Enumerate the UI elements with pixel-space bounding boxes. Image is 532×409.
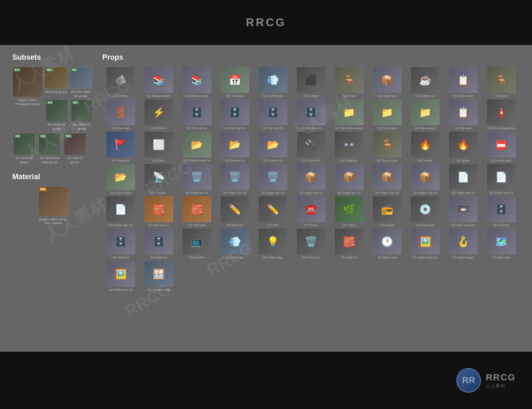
prop-item-34[interactable]: 📡 SO Oscillo — [140, 164, 177, 195]
prop-item-67[interactable]: 🪟 SO Window wall — [140, 261, 177, 292]
prop-label-13: SO File cab 01 — [187, 126, 207, 130]
prop-item-54[interactable]: 🗄️ SO Shelf 01 — [483, 196, 520, 227]
prop-item-56[interactable]: 🗄️ SO Shelf 03 — [140, 228, 177, 259]
prop-item-4[interactable]: 💨 SO Ceiling fan — [255, 67, 291, 98]
prop-item-18[interactable]: 📁 SO File holder — [369, 99, 406, 130]
prop-box-62: 🕐 — [372, 228, 402, 255]
prop-item-26[interactable]: 📂 SO Folders 02 — [255, 131, 291, 162]
prop-box-47: ✏️ — [220, 196, 250, 222]
prop-box-56: 🗄️ — [144, 228, 174, 255]
prop-item-20[interactable]: 📋 SO File rack — [445, 99, 482, 130]
prop-item-3[interactable]: 📅 SO Calendar — [216, 67, 253, 98]
prop-item-57[interactable]: 📺 SO Small tv — [178, 228, 215, 259]
prop-item-5[interactable]: ⬛ SO Ceiling — [293, 67, 329, 98]
prop-item-36[interactable]: 🗑️ SO Paper bin 02 — [216, 164, 253, 195]
prop-item-52[interactable]: 💿 SO Reel disk — [407, 196, 444, 227]
prop-item-63[interactable]: 🖼️ SO Wall Frame 01 — [407, 228, 444, 259]
prop-item-55[interactable]: 🗄️ SO Shelf 02 — [102, 228, 139, 259]
prop-item-7[interactable]: 📦 SO Cigarettes — [369, 67, 406, 98]
subset-item-7[interactable]: Set SO Wall 01 group — [63, 133, 87, 164]
subset-item-2[interactable]: Set SO File cabin 01 group — [69, 67, 92, 98]
subset-label-3: SO Shelf 01 group — [45, 123, 68, 130]
prop-item-42[interactable]: 📄 SO Paper pile 01 — [445, 164, 482, 195]
prop-item-27[interactable]: 🔌 SO Fuse box — [293, 131, 329, 162]
props-grid: 🪨 SO Ashtray 📚 SO Books folders 📚 SO Boo… — [102, 67, 520, 292]
prop-item-24[interactable]: 📂 SO Folder holder 02 — [178, 131, 215, 162]
prop-item-61[interactable]: 🧱 SO Wall 01 — [331, 228, 367, 259]
prop-icon-45: 🧱 — [150, 201, 168, 218]
prop-item-58[interactable]: 💨 SO Table fan — [216, 228, 253, 259]
prop-icon-14: 🗄️ — [226, 104, 244, 121]
subset-badge-3: Set — [47, 101, 54, 104]
prop-item-1[interactable]: 📚 SO Books folders — [140, 67, 177, 98]
prop-icon-42: 📄 — [454, 169, 473, 185]
prop-item-60[interactable]: 🗑️ SO Trash can — [293, 228, 329, 259]
prop-item-51[interactable]: 📻 SO Radio — [369, 196, 406, 227]
prop-item-25[interactable]: 📂 SO Folders 01 — [216, 131, 253, 162]
prop-item-47[interactable]: ✏️ SO Pen cup — [216, 196, 253, 227]
subset-item-4[interactable]: Set SO Shelf 02 group — [70, 99, 94, 130]
prop-item-17[interactable]: 📁 SO File holder books — [331, 99, 367, 130]
prop-label-1: SO Books folders — [147, 94, 171, 98]
prop-icon-46: 🧱 — [188, 201, 206, 218]
prop-item-44[interactable]: 📄 SO Paper pile 03 — [102, 196, 139, 227]
prop-icon-41: 📦 — [416, 169, 435, 185]
prop-item-48[interactable]: ✏️ SO Pen — [255, 196, 291, 227]
prop-item-50[interactable]: 🌿 SO Plant — [331, 196, 367, 227]
prop-item-39[interactable]: 📦 SO Paper box 02 — [331, 164, 367, 195]
subset-item-6[interactable]: Set SO Shelf and rack group — [38, 133, 61, 164]
prop-item-43[interactable]: 📄 SO Paper pile 02 — [483, 164, 520, 195]
prop-item-33[interactable]: 📂 SO Open folder — [102, 164, 139, 195]
subset-item-0[interactable]: Set Saigon Office Preloaded Scene — [12, 67, 43, 106]
prop-item-9[interactable]: 📋 SO Cork board — [445, 67, 482, 98]
prop-label-17: SO File holder books — [335, 126, 363, 130]
prop-item-53[interactable]: 📼 SO Reel recorder — [445, 196, 482, 227]
subset-item-3[interactable]: Set SO Shelf 01 group — [45, 99, 68, 130]
prop-box-52: 💿 — [410, 196, 440, 222]
prop-item-16[interactable]: 🗄️ SO File cab 04 — [293, 99, 329, 130]
prop-item-22[interactable]: 🚩 SO Flag pole — [102, 131, 139, 162]
prop-item-15[interactable]: 🗄️ SO File cab 03 — [255, 99, 291, 130]
prop-box-42: 📄 — [449, 164, 478, 190]
prop-item-66[interactable]: 🖼️ SO Wall photo 01 — [102, 261, 139, 292]
prop-item-64[interactable]: 🪝 SO Wall hanger — [445, 228, 482, 259]
prop-item-10[interactable]: 🪑 SO Desk — [483, 67, 520, 98]
prop-item-12[interactable]: ⚡ SO Electro — [140, 99, 177, 130]
subset-item-1[interactable]: Set SO Desk group — [45, 67, 67, 98]
prop-item-8[interactable]: ☕ SO Coffee cup — [407, 67, 444, 98]
prop-item-31[interactable]: 🔥 SO lighter — [445, 131, 482, 162]
prop-item-65[interactable]: 🗺️ SO Wall map — [483, 228, 520, 259]
prop-item-14[interactable]: 🗄️ SO File cab 02 — [216, 99, 253, 130]
prop-item-29[interactable]: 🪑 SO Guest chair — [369, 131, 406, 162]
subset-item-5[interactable]: Set SO Shelf 03 group — [12, 133, 36, 164]
material-item-0[interactable]: Mat Saigon Office All-in-one material — [12, 186, 94, 225]
prop-item-62[interactable]: 🕐 SO Wall clock — [369, 228, 406, 259]
prop-item-30[interactable]: 🔥 SO Heater — [407, 131, 444, 162]
prop-item-28[interactable]: 👓 SO Glasses — [331, 131, 367, 162]
prop-item-40[interactable]: 📦 SO Paper box 03 — [369, 164, 406, 195]
logo-circle: RR — [456, 368, 481, 393]
prop-item-13[interactable]: 🗄️ SO File cab 01 — [178, 99, 215, 130]
prop-item-49[interactable]: ☎️ SO Phone — [293, 196, 329, 227]
prop-item-35[interactable]: 🗑️ SO Paper bin 01 — [178, 164, 215, 195]
material-title: Material — [12, 173, 94, 181]
prop-item-19[interactable]: 📁 SO File holders — [407, 99, 444, 130]
prop-item-41[interactable]: 📦 SO Paper box 04 — [407, 164, 444, 195]
prop-box-41: 📦 — [410, 164, 440, 190]
prop-item-23[interactable]: ⬜ SO Floor — [140, 131, 177, 162]
prop-item-38[interactable]: 📦 SO paper box 01 — [293, 164, 329, 195]
prop-item-59[interactable]: 💡 SO Table lamp — [255, 228, 291, 259]
prop-item-37[interactable]: 🗑️ SO paper bin 03 — [255, 164, 291, 195]
prop-label-38: SO paper box 01 — [300, 191, 323, 195]
prop-item-2[interactable]: 📚 SO Books props — [178, 67, 215, 98]
prop-item-46[interactable]: 🧱 SO Part wall — [178, 196, 215, 227]
subset-thumb-0: Set — [12, 67, 43, 97]
prop-item-6[interactable]: 🪑 SO Chair — [331, 67, 367, 98]
prop-item-11[interactable]: 🚪 SO Door wall — [102, 99, 139, 130]
logo-text: RRCG — [486, 372, 516, 383]
prop-item-32[interactable]: 📛 SO name plate — [483, 131, 520, 162]
prop-item-0[interactable]: 🪨 SO Ashtray — [102, 67, 139, 98]
prop-box-6: 🪑 — [334, 67, 364, 93]
prop-item-45[interactable]: 🧱 SO Part wall 01 — [140, 196, 177, 227]
prop-item-21[interactable]: 🧯 SO Fire extinguisher — [483, 99, 520, 130]
